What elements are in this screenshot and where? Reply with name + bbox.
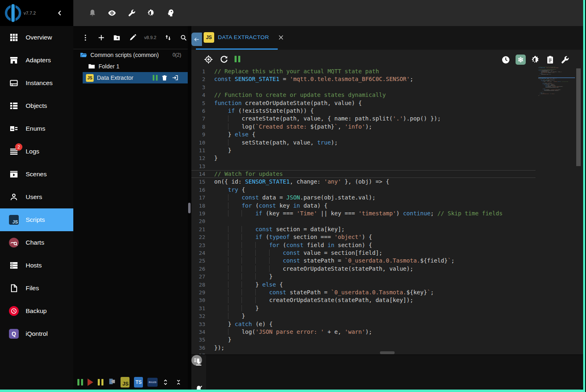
theme-toggle-icon[interactable]: [147, 9, 156, 18]
code-line-2[interactable]: 2const SENSOR_STATE1 = 'mqtt.0.tele.tasm…: [191, 75, 536, 83]
minimap[interactable]: // Replace this with your actual MQTT st…: [538, 67, 575, 128]
sidebar-item-backup[interactable]: Backup: [0, 300, 73, 322]
code-line-3[interactable]: 3: [191, 83, 536, 91]
code-line-26[interactable]: 26 createOrUpdateState(statePath, value)…: [191, 265, 536, 273]
line-number: 4: [191, 91, 205, 99]
expand-all-icon[interactable]: [162, 378, 169, 386]
sort-icon[interactable]: [164, 33, 172, 42]
code-line-4[interactable]: 4// Function to create or update states …: [191, 91, 536, 99]
code-line-30[interactable]: 30 createOrUpdateState(statePath, data[k…: [191, 296, 536, 304]
sidebar-item-objects[interactable]: Objects: [0, 94, 73, 117]
code-line-34[interactable]: 34 log('JSON parse error: ' + e, 'warn')…: [191, 328, 536, 336]
tree-item-data-extractor[interactable]: JS Data Extractor: [83, 72, 188, 83]
running-scripts-icon[interactable]: [77, 379, 83, 385]
code-line-36[interactable]: 36});: [191, 344, 536, 352]
code-line-15[interactable]: 15on({ id: SENSOR_STATE1, change: 'any' …: [191, 178, 536, 186]
sidebar-item-enums[interactable]: Enums: [0, 117, 73, 140]
code-line-21[interactable]: 21 const section = data[key];: [191, 226, 536, 233]
sidebar-item-users[interactable]: Users: [0, 186, 73, 208]
vertical-scrollbar[interactable]: [576, 68, 581, 166]
code-line-35[interactable]: 35 }: [191, 336, 536, 344]
code-line-24[interactable]: 24 const value = section[field];: [191, 249, 536, 257]
new-folder-icon[interactable]: [113, 33, 121, 42]
horizontal-scrollbar[interactable]: [380, 351, 395, 354]
settings-wrench-icon[interactable]: [560, 55, 570, 65]
brightness-icon[interactable]: [531, 55, 540, 65]
code-line-7[interactable]: 7 createState(path, value, { name: path.…: [191, 115, 536, 123]
code-line-32[interactable]: 32 }: [191, 312, 536, 320]
collapse-all-icon[interactable]: [175, 378, 182, 386]
panel-resize-divider[interactable]: [188, 26, 191, 390]
code-line-19[interactable]: 19 if (key === 'Time' || key === 'timest…: [191, 210, 536, 217]
code-line-12[interactable]: 12}: [191, 154, 536, 162]
code-line-31[interactable]: 31 }: [191, 304, 536, 312]
code-line-11[interactable]: 11 }: [191, 147, 536, 154]
back-button[interactable]: [191, 33, 202, 46]
more-menu-icon[interactable]: [81, 33, 90, 42]
collapse-sidebar-icon[interactable]: [56, 9, 64, 17]
typescript-badge-icon[interactable]: TS: [134, 377, 143, 388]
code-line-29[interactable]: 29 const statePath = `0_userdata.0.Tasmo…: [191, 289, 536, 296]
sidebar-item-logs[interactable]: 2Logs: [0, 140, 73, 163]
code-line-33[interactable]: 33 } catch (e) {: [191, 320, 536, 328]
code-line-22[interactable]: 22 if (typeof section === 'object') {: [191, 233, 536, 241]
sidebar-item-adapters[interactable]: Adapters: [0, 49, 73, 72]
sidebar-item-files[interactable]: Files: [0, 277, 73, 300]
code-line-5[interactable]: 5function createOrUpdateState(path, valu…: [191, 99, 536, 107]
play-icon[interactable]: [88, 379, 93, 386]
code-line-16[interactable]: 16 try {: [191, 186, 536, 194]
code-line-13[interactable]: 13: [191, 162, 536, 170]
code-line-8[interactable]: 8 log(`Created state: ${path}`, 'info');: [191, 123, 536, 131]
sidebar-item-hosts[interactable]: Hosts: [0, 254, 73, 277]
blockly-icon[interactable]: [108, 377, 116, 387]
clock-icon[interactable]: [501, 55, 511, 65]
edit-pencil-icon[interactable]: [129, 33, 137, 42]
gpt-assistant-icon[interactable]: [516, 55, 526, 65]
add-script-icon[interactable]: [97, 33, 105, 42]
clipboard-icon[interactable]: [545, 55, 555, 65]
sidebar-item-scenes[interactable]: Scenes: [0, 163, 73, 186]
tree-item-common-scripts[interactable]: Common scripts (common) 0(2): [73, 49, 188, 61]
code-line-9[interactable]: 9 } else {: [191, 131, 536, 138]
close-tab-icon[interactable]: [278, 34, 284, 41]
minimap-current-line: [538, 77, 575, 78]
sidebar-item-iqontrol[interactable]: QiQontrol: [0, 322, 73, 345]
sidebar-item-scripts[interactable]: JSScripts: [0, 208, 73, 231]
sidebar-item-charts[interactable]: Charts: [0, 231, 73, 254]
download-icon[interactable]: [194, 358, 203, 367]
javascript-badge-icon[interactable]: JS: [121, 377, 129, 388]
code-line-23[interactable]: 23 for (const field in section) {: [191, 241, 536, 249]
topbar-icons: [73, 0, 583, 26]
pause-script-icon[interactable]: [153, 75, 158, 81]
code-editor[interactable]: 1// Replace this with your actual MQTT s…: [191, 68, 536, 354]
pause-script-icon[interactable]: [235, 56, 240, 64]
refresh-icon[interactable]: [219, 55, 229, 64]
move-script-icon[interactable]: [171, 74, 179, 81]
tab-data-extractor[interactable]: JS DATA EXTRACTOR: [204, 26, 284, 48]
code-line-17[interactable]: 17 const data = JSON.parse(obj.state.val…: [191, 194, 536, 201]
search-icon[interactable]: [180, 33, 188, 42]
code-line-25[interactable]: 25 const statePath = `0_userdata.0.Tasmo…: [191, 257, 536, 265]
sidebar-item-overview[interactable]: Overview: [0, 26, 73, 49]
locate-icon[interactable]: [204, 55, 213, 64]
code-line-20[interactable]: 20: [191, 217, 536, 225]
hide-icon[interactable]: [194, 384, 203, 390]
sidebar-item-instances[interactable]: Instances: [0, 72, 73, 94]
notifications-icon[interactable]: [88, 9, 97, 18]
code-line-14[interactable]: 14// Watch for updates: [191, 170, 536, 178]
visibility-icon[interactable]: [108, 9, 116, 18]
code-line-27[interactable]: 27 }: [191, 273, 536, 280]
paused-scripts-icon[interactable]: [98, 379, 103, 385]
code-line-1[interactable]: 1// Replace this with your actual MQTT s…: [191, 68, 536, 75]
tree-item-folder-1[interactable]: Folder 1: [73, 61, 188, 72]
code-line-28[interactable]: 28 } else {: [191, 281, 536, 289]
code-line-6[interactable]: 6 if (!existsState(path)) {: [191, 107, 536, 115]
rules-badge-icon[interactable]: RULES: [147, 378, 158, 387]
build-icon[interactable]: [127, 9, 136, 18]
code-line-10[interactable]: 10 setState(path, value, true);: [191, 139, 536, 147]
delete-script-icon[interactable]: [161, 74, 168, 81]
code-line-18[interactable]: 18 for (const key in data) {: [191, 202, 536, 210]
resize-handle[interactable]: [188, 203, 191, 213]
expert-mode-icon[interactable]: [166, 9, 175, 18]
code-line-37[interactable]: 37: [191, 352, 536, 354]
